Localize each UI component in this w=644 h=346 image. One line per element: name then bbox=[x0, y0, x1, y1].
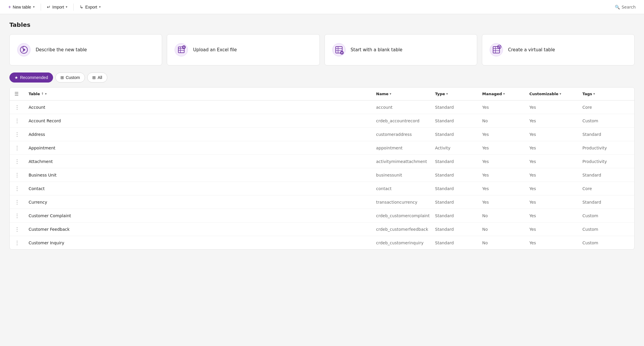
row-type: Standard bbox=[435, 240, 482, 245]
column-header-tags[interactable]: Tags ▾ bbox=[582, 92, 630, 96]
row-tags: Standard bbox=[582, 132, 630, 137]
column-header-table[interactable]: Table ↑ ▾ bbox=[29, 92, 376, 96]
new-table-button[interactable]: + New table ▾ bbox=[5, 3, 38, 11]
column-header-customizable[interactable]: Customizable ▾ bbox=[529, 92, 582, 96]
dots-menu-icon[interactable]: ⋮ bbox=[14, 118, 20, 124]
column-header-managed[interactable]: Managed ▾ bbox=[482, 92, 529, 96]
row-customizable: Yes bbox=[529, 146, 582, 150]
row-managed: Yes bbox=[482, 132, 529, 137]
export-chevron-icon: ▾ bbox=[99, 5, 101, 9]
type-col-chevron-icon: ▾ bbox=[446, 92, 448, 96]
custom-label: Custom bbox=[66, 75, 80, 80]
upload-excel-card[interactable]: Upload an Excel file bbox=[167, 34, 319, 65]
row-name: contact bbox=[376, 186, 435, 191]
dots-menu-icon[interactable]: ⋮ bbox=[14, 185, 20, 192]
row-table-name: Currency bbox=[29, 200, 376, 205]
import-button[interactable]: ↵ Import ▾ bbox=[43, 3, 71, 11]
row-controls: ⋮ bbox=[14, 158, 29, 164]
dots-menu-icon[interactable]: ⋮ bbox=[14, 240, 20, 246]
table-row[interactable]: ⋮ Attachment activitymimeattachment Stan… bbox=[10, 155, 634, 168]
row-name: crdeb_accountrecord bbox=[376, 118, 435, 123]
table-row[interactable]: ⋮ Appointment appointment Activity Yes Y… bbox=[10, 141, 634, 155]
row-table-name: Customer Feedback bbox=[29, 227, 376, 232]
dots-menu-icon[interactable]: ⋮ bbox=[14, 226, 20, 232]
table-row[interactable]: ⋮ Address customeraddress Standard Yes Y… bbox=[10, 128, 634, 141]
filter-recommended[interactable]: ★ Recommended bbox=[9, 73, 53, 83]
row-type: Standard bbox=[435, 105, 482, 110]
page-title: Tables bbox=[9, 21, 635, 28]
row-managed: No bbox=[482, 213, 529, 218]
row-managed: Yes bbox=[482, 159, 529, 164]
blank-table-icon bbox=[332, 43, 346, 57]
table-row[interactable]: ⋮ Customer Inquiry crdeb_customerinquiry… bbox=[10, 236, 634, 249]
virtual-table-card[interactable]: Create a virtual table bbox=[482, 34, 635, 65]
table-row[interactable]: ⋮ Customer Complaint crdeb_customercompl… bbox=[10, 209, 634, 223]
row-name: activitymimeattachment bbox=[376, 159, 435, 164]
row-name: businessunit bbox=[376, 173, 435, 177]
row-table-name: Appointment bbox=[29, 146, 376, 150]
search-label: Search bbox=[622, 5, 636, 9]
table-row[interactable]: ⋮ Account account Standard Yes Yes Core bbox=[10, 100, 634, 114]
row-customizable: Yes bbox=[529, 200, 582, 205]
row-type: Standard bbox=[435, 118, 482, 123]
row-name: transactioncurrency bbox=[376, 200, 435, 205]
describe-table-card[interactable]: Describe the new table bbox=[9, 34, 162, 65]
dots-menu-icon[interactable]: ⋮ bbox=[14, 199, 20, 205]
row-managed: Yes bbox=[482, 146, 529, 150]
column-header-name[interactable]: Name ▾ bbox=[376, 92, 435, 96]
dots-menu-icon[interactable]: ⋮ bbox=[14, 131, 20, 137]
filter-custom[interactable]: ⊞ Custom bbox=[55, 73, 85, 83]
divider-1 bbox=[41, 4, 41, 11]
row-table-name: Contact bbox=[29, 186, 376, 191]
search-button[interactable]: 🔍 Search bbox=[611, 3, 639, 11]
describe-table-icon bbox=[17, 43, 31, 57]
row-table-name: Business Unit bbox=[29, 173, 376, 177]
row-name: crdeb_customerinquiry bbox=[376, 240, 435, 245]
dots-menu-icon[interactable]: ⋮ bbox=[14, 104, 20, 110]
import-icon: ↵ bbox=[47, 4, 51, 10]
row-customizable: Yes bbox=[529, 173, 582, 177]
row-table-name: Account bbox=[29, 105, 376, 110]
row-table-name: Address bbox=[29, 132, 376, 137]
column-header-type[interactable]: Type ▾ bbox=[435, 92, 482, 96]
plus-icon: + bbox=[8, 4, 11, 10]
table-col-chevron-icon: ▾ bbox=[45, 92, 47, 96]
row-type: Standard bbox=[435, 200, 482, 205]
row-tags: Productivity bbox=[582, 146, 630, 150]
row-tags: Custom bbox=[582, 240, 630, 245]
row-controls: ⋮ bbox=[14, 199, 29, 205]
row-tags: Custom bbox=[582, 227, 630, 232]
svg-point-18 bbox=[490, 43, 503, 56]
dots-menu-icon[interactable]: ⋮ bbox=[14, 145, 20, 151]
table-row[interactable]: ⋮ Contact contact Standard Yes Yes Core bbox=[10, 182, 634, 195]
row-controls: ⋮ bbox=[14, 145, 29, 151]
column-table-label: Table bbox=[29, 92, 40, 96]
table-row[interactable]: ⋮ Account Record crdeb_accountrecord Sta… bbox=[10, 114, 634, 128]
table-row[interactable]: ⋮ Business Unit businessunit Standard Ye… bbox=[10, 168, 634, 182]
dots-menu-icon[interactable]: ⋮ bbox=[14, 212, 20, 219]
row-controls: ⋮ bbox=[14, 131, 29, 137]
blank-table-card[interactable]: Start with a blank table bbox=[325, 34, 477, 65]
row-name: account bbox=[376, 105, 435, 110]
column-name-label: Name bbox=[376, 92, 388, 96]
svg-point-2 bbox=[175, 43, 188, 56]
row-managed: Yes bbox=[482, 186, 529, 191]
export-button[interactable]: ↳ Export ▾ bbox=[76, 3, 104, 11]
row-controls: ⋮ bbox=[14, 118, 29, 124]
row-type: Activity bbox=[435, 146, 482, 150]
row-tags: Core bbox=[582, 186, 630, 191]
svg-point-10 bbox=[332, 43, 345, 56]
row-controls: ⋮ bbox=[14, 172, 29, 178]
row-type: Standard bbox=[435, 213, 482, 218]
filter-all[interactable]: ⊞ All bbox=[87, 73, 107, 83]
all-label: All bbox=[98, 75, 102, 80]
table-row[interactable]: ⋮ Currency transactioncurrency Standard … bbox=[10, 195, 634, 209]
table-row[interactable]: ⋮ Customer Feedback crdeb_customerfeedba… bbox=[10, 223, 634, 236]
row-name: customeraddress bbox=[376, 132, 435, 137]
dots-menu-icon[interactable]: ⋮ bbox=[14, 172, 20, 178]
customizable-col-chevron-icon: ▾ bbox=[560, 92, 561, 96]
row-customizable: Yes bbox=[529, 240, 582, 245]
row-customizable: Yes bbox=[529, 105, 582, 110]
dots-menu-icon[interactable]: ⋮ bbox=[14, 158, 20, 164]
custom-grid-icon: ⊞ bbox=[60, 75, 64, 80]
